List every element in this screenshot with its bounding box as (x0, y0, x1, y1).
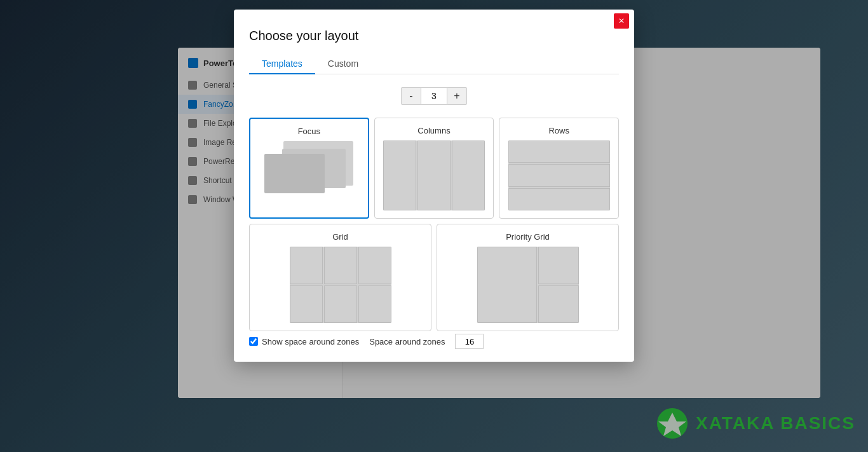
grid-cell-1 (290, 247, 323, 284)
tabs-container: Templates Custom (249, 53, 619, 74)
show-space-label: Show space around zones (262, 337, 359, 346)
grid-cell-4 (290, 285, 323, 323)
layouts-row1: Focus Columns (249, 118, 619, 219)
show-space-checkbox-label[interactable]: Show space around zones (249, 337, 359, 346)
layout-columns-label: Columns (417, 126, 450, 135)
modal-titlebar: ✕ (234, 10, 634, 29)
layout-grid[interactable]: Grid (249, 224, 431, 331)
zone-decrease-button[interactable]: - (401, 87, 421, 105)
layout-rows[interactable]: Rows (499, 118, 619, 219)
row-3 (508, 188, 610, 210)
layout-priority-grid-label: Priority Grid (506, 232, 550, 242)
col-3 (452, 140, 485, 210)
grid-cell-5 (324, 285, 357, 323)
space-around-zones-input[interactable] (455, 334, 484, 349)
columns-preview (383, 140, 485, 210)
layouts-row2: Grid Priority Grid (249, 224, 619, 331)
priority-side-bottom (538, 285, 578, 323)
modal-content: Choose your layout Templates Custom - 3 … (234, 29, 634, 362)
close-button[interactable]: ✕ (614, 13, 629, 29)
col-1 (383, 140, 416, 210)
modal-overlay: ✕ Choose your layout Templates Custom - … (0, 0, 868, 452)
row-1 (508, 140, 610, 163)
zone-increase-button[interactable]: + (447, 87, 467, 105)
layout-rows-label: Rows (548, 126, 569, 135)
priority-side-top (538, 247, 578, 284)
focus-front-pane (264, 154, 325, 193)
zone-count-value: 3 (421, 87, 447, 105)
row-2 (508, 164, 610, 186)
layout-columns[interactable]: Columns (374, 118, 494, 219)
layout-dialog: ✕ Choose your layout Templates Custom - … (234, 10, 634, 362)
layout-priority-grid[interactable]: Priority Grid (437, 224, 619, 331)
modal-title: Choose your layout (249, 29, 619, 43)
layout-grid-label: Grid (332, 232, 348, 242)
focus-preview (264, 141, 353, 198)
priority-main-pane (477, 247, 538, 323)
zone-count-control: - 3 + (249, 87, 619, 105)
modal-footer: Show space around zones Space around zon… (249, 331, 619, 349)
layout-focus-label: Focus (298, 127, 320, 136)
layouts-section: Focus Columns (249, 118, 619, 331)
grid-cell-6 (358, 285, 391, 323)
rows-preview (508, 140, 610, 210)
col-2 (417, 140, 451, 210)
grid-cell-3 (358, 247, 391, 284)
space-around-zones-label: Space around zones (369, 337, 445, 346)
grid-cell-2 (324, 247, 357, 284)
show-space-checkbox[interactable] (249, 337, 258, 346)
tab-templates[interactable]: Templates (249, 53, 315, 74)
priority-grid-preview (477, 247, 579, 323)
layout-focus[interactable]: Focus (249, 118, 369, 219)
tab-custom[interactable]: Custom (315, 53, 371, 74)
grid-preview (290, 247, 391, 323)
